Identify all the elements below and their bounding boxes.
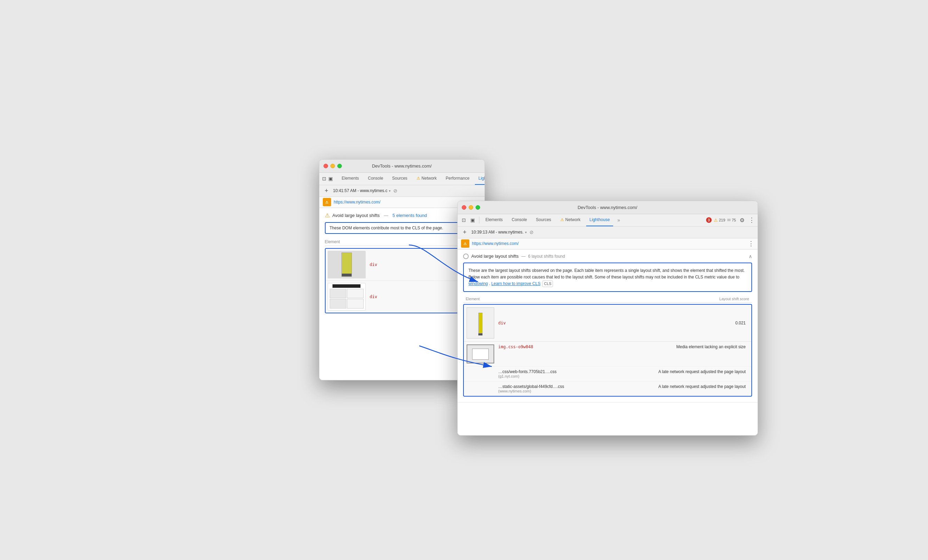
collapse-button[interactable]: ∧ (749, 254, 752, 259)
back-issue-title: Avoid large layout shifts (333, 213, 380, 218)
maximize-button-front[interactable] (476, 205, 480, 210)
back-element-row-2: div (325, 281, 478, 313)
tab-lighthouse-back[interactable]: Lighthouse (475, 172, 485, 185)
inspect-icon[interactable]: ⊡ (322, 175, 326, 182)
element-col-header: Element (463, 295, 566, 303)
back-element-row-1: div (325, 249, 478, 281)
file-origin-1: (g1.nyt.com) (498, 374, 654, 378)
tab-lighthouse-front[interactable]: Lighthouse (586, 214, 614, 226)
new-tab-front[interactable]: + (461, 228, 469, 236)
back-timestamp: 10:41:57 AM - www.nytimes.c ▾ (333, 188, 391, 193)
more-options-front[interactable]: ⋮ (748, 216, 755, 224)
settings-front[interactable]: ⚙ (738, 217, 746, 224)
tab-console-front[interactable]: Console (508, 214, 531, 226)
new-tab-back[interactable]: + (323, 187, 330, 195)
network-reason-1: A late network request adjusted the page… (658, 369, 749, 374)
back-found-count: 5 elements found (392, 213, 427, 218)
device-icon[interactable]: ▣ (328, 175, 333, 182)
maximize-button-back[interactable] (337, 164, 342, 168)
front-toolbar: ⊡ ▣ Elements Console Sources ⚠Network Li… (458, 214, 758, 227)
front-title-bar: DevTools - www.nytimes.com/ (458, 201, 758, 214)
close-button-back[interactable] (324, 164, 328, 168)
nyt-favicon-back: ⚠ (323, 198, 331, 206)
badge-group-front: 3 ⚠ 219 ✉ 75 ⚙ ⋮ (706, 216, 755, 224)
back-element-col-header: Element (325, 239, 340, 244)
back-element-grid: div (325, 248, 479, 313)
front-address-bar: + 10:39:13 AM - www.nytimes. ▾ ⊘ (458, 227, 758, 238)
close-button-front[interactable] (462, 205, 466, 210)
tab-sources-front[interactable]: Sources (533, 214, 555, 226)
img-reason: Media element lacking an explicit size (676, 344, 749, 349)
sub-element-details-1: img.css-o9w048 (498, 344, 672, 351)
front-content-area: Avoid large layout shifts — 6 layout shi… (458, 250, 758, 436)
cls-link[interactable]: Learn how to improve CLS (491, 281, 540, 286)
main-element-tag: div (498, 321, 731, 326)
network-row-2: …static-assets/global-f449cfd….css (www.… (464, 381, 751, 396)
cls-badge: CLS (542, 280, 553, 288)
file-label-2: …static-assets/global-f449cfd….css (498, 384, 654, 389)
front-timestamp: 10:39:13 AM - www.nytimes. ▾ (472, 230, 527, 234)
windowing-link[interactable]: windowing (469, 281, 488, 286)
main-element-score: 0.021 (735, 321, 748, 326)
back-description-text: These DOM elements contribute most to th… (330, 225, 443, 230)
timestamp-arrow-back[interactable]: ▾ (389, 189, 391, 193)
tab-sources-back[interactable]: Sources (389, 172, 411, 185)
img-selector: img.css-o9w048 (498, 344, 672, 349)
tab-network-front[interactable]: ⚠Network (557, 214, 584, 226)
back-tag-2: div (370, 294, 377, 299)
main-element-content: div 0.021 (464, 305, 751, 342)
url-options-front[interactable]: ⋮ (748, 240, 754, 247)
back-thumb-1 (328, 251, 366, 278)
audit-issue-section: Avoid large layout shifts — 6 layout shi… (458, 250, 758, 403)
back-thumb-2 (328, 283, 366, 310)
img-inner (472, 348, 489, 360)
warn-badge-front: ⚠ 219 (714, 218, 725, 223)
sub-element-row-1: img.css-o9w048 Media element lacking an … (464, 342, 751, 367)
timestamp-arrow-front[interactable]: ▾ (525, 230, 527, 234)
audit-description-box: These are the largest layout shifts obse… (463, 263, 752, 292)
tab-elements-front[interactable]: Elements (482, 214, 506, 226)
audit-desc-p1: These are the largest layout shifts obse… (469, 268, 745, 280)
minimize-button-back[interactable] (330, 164, 335, 168)
warn-count-front: 219 (719, 218, 725, 222)
network-file-2: …static-assets/global-f449cfd….css (www.… (498, 384, 654, 393)
yellow-vertical-bar (478, 313, 482, 333)
tab-network-back[interactable]: ⚠Network (413, 172, 440, 185)
main-element-row: div 0.021 img. (463, 303, 752, 398)
back-issue-header: ⚠ Avoid large layout shifts — 5 elements… (325, 212, 479, 219)
traffic-lights-back (324, 164, 342, 168)
inspect-icon-front[interactable]: ⊡ (460, 217, 467, 224)
tab-performance-back[interactable]: Performance (443, 172, 473, 185)
audit-header-row: Avoid large layout shifts — 6 layout shi… (463, 254, 752, 259)
file-label-1: …css/web-fonts.7705b21….css (498, 369, 654, 374)
front-url-text: https://www.nytimes.com/ (472, 241, 745, 246)
audit-desc-p2: . (489, 281, 491, 286)
back-tag-1: div (370, 262, 377, 267)
separator-front-1 (479, 217, 479, 224)
front-window-title: DevTools - www.nytimes.com/ (577, 205, 637, 210)
nyt-favicon-front: ⚠ (461, 239, 469, 248)
back-address-bar: + 10:41:57 AM - www.nytimes.c ▾ ⊘ (319, 185, 485, 197)
scene: DevTools - www.nytimes.com/ ⊡ ▣ Elements… (308, 159, 620, 401)
network-row-1: …css/web-fonts.7705b21….css (g1.nyt.com)… (464, 367, 751, 381)
warn-icon-front: ⚠ (714, 218, 718, 223)
no-throttle-front[interactable]: ⊘ (530, 230, 534, 235)
network-reason-2: A late network request adjusted the page… (658, 384, 749, 389)
info-count-front: 75 (732, 218, 736, 222)
more-tabs-front[interactable]: » (615, 217, 622, 223)
no-throttle-back[interactable]: ⊘ (393, 188, 397, 193)
device-icon-front[interactable]: ▣ (469, 217, 476, 224)
back-window-title: DevTools - www.nytimes.com/ (372, 163, 432, 169)
minimize-button-front[interactable] (469, 205, 473, 210)
back-toolbar: ⊡ ▣ Elements Console Sources ⚠Network Pe… (319, 173, 485, 185)
error-count-front: 3 (706, 217, 712, 223)
tab-console-back[interactable]: Console (365, 172, 387, 185)
main-element-thumb (467, 307, 494, 339)
network-file-1: …css/web-fonts.7705b21….css (g1.nyt.com) (498, 369, 654, 378)
front-url-bar: ⚠ https://www.nytimes.com/ ⋮ (458, 238, 758, 250)
audit-dash: — 6 layout shifts found (522, 254, 565, 259)
audit-circle-icon (463, 254, 469, 259)
info-badge-front: ✉ 75 (727, 218, 736, 222)
tab-elements-back[interactable]: Elements (338, 172, 363, 185)
img-thumb (467, 344, 494, 364)
